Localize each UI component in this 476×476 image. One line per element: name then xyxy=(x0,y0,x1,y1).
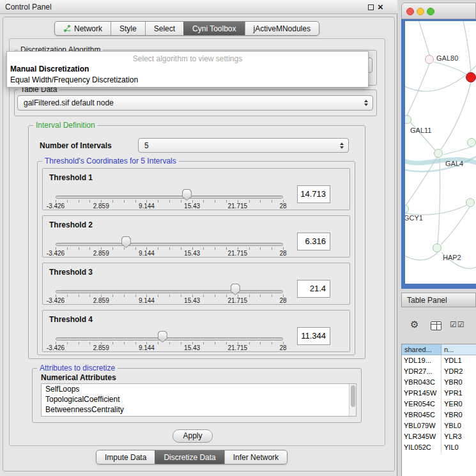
dropdown-option-manual-discretization[interactable]: Manual Discretization xyxy=(9,65,89,73)
table-row[interactable]: YBL079WYBL0 xyxy=(402,420,476,431)
control-panel-titlebar: Control Panel × xyxy=(0,0,397,14)
minimize-traffic-light[interactable] xyxy=(417,8,424,15)
tick-label: 21.715 xyxy=(228,297,248,304)
threshold-value-field[interactable]: 11.344 xyxy=(297,327,330,345)
table-cell: YBR0 xyxy=(441,410,476,420)
network-node-selected[interactable] xyxy=(466,72,476,82)
table-data-selected-value: galFiltered.sif default node xyxy=(24,98,114,107)
slider-tick-labels: -3.4262.8599.14415.4321.71528 xyxy=(56,250,283,257)
column-header-shared-name[interactable]: shared... xyxy=(402,344,441,355)
attributes-scrollbar[interactable] xyxy=(349,384,356,416)
threshold-value-field[interactable]: 6.316 xyxy=(297,233,330,250)
table-row[interactable]: YBR045CYBR0 xyxy=(402,410,476,420)
slider-track[interactable] xyxy=(56,243,283,246)
tab-style[interactable]: Style xyxy=(111,22,145,35)
tab-network[interactable]: Network xyxy=(55,22,111,35)
tab-cyni-toolbox[interactable]: Cyni Toolbox xyxy=(183,22,244,35)
tab-impute-data[interactable]: Impute Data xyxy=(96,450,155,464)
table-cell: YBR043C xyxy=(402,377,441,388)
table-row[interactable]: YDR27...YDR2 xyxy=(402,366,476,377)
control-panel-window: Control Panel × Network Style Select Cyn… xyxy=(0,0,397,476)
slider-tick-labels: -3.4262.8599.14415.4321.71528 xyxy=(56,297,283,305)
attribute-list-item[interactable]: BetweennessCentrality xyxy=(42,404,356,415)
table-cell: YIL052C xyxy=(402,442,441,453)
slider-thumb[interactable] xyxy=(121,236,131,248)
slider-track[interactable] xyxy=(56,196,283,199)
zoom-traffic-light[interactable] xyxy=(427,8,434,15)
network-node[interactable] xyxy=(467,138,476,147)
threshold-value-field[interactable]: 21.4 xyxy=(297,280,330,298)
slider-tick-labels: -3.4262.8599.14415.4321.71528 xyxy=(56,344,283,352)
table-row[interactable]: YER054CYER0 xyxy=(402,399,476,410)
table-cell: YLR345W xyxy=(402,431,441,442)
slider-track[interactable] xyxy=(56,337,283,341)
tick-label: 28 xyxy=(279,344,286,351)
network-view-frame: GAL80 GAL11 GAL4 GCY1 HAP2 xyxy=(401,19,476,289)
threshold-2-panel: Threshold 2 6.316 -3.4262.8599.14415.432… xyxy=(42,215,350,257)
gear-icon[interactable]: ⚙ xyxy=(410,319,418,330)
slider-thumb[interactable] xyxy=(231,284,240,295)
threshold-4-panel: Threshold 4 11.344 -3.4262.8599.14415.43… xyxy=(42,310,350,352)
table-data-select[interactable]: galFiltered.sif default node xyxy=(17,95,373,111)
network-node[interactable] xyxy=(425,55,434,64)
interval-definition-group-title: Interval Definition xyxy=(33,121,98,130)
threshold-label: Threshold 4 xyxy=(49,315,93,324)
network-node[interactable] xyxy=(466,198,475,207)
tick-label: 2.859 xyxy=(93,250,109,257)
tab-select[interactable]: Select xyxy=(145,22,183,35)
columns-icon[interactable] xyxy=(431,321,441,330)
table-cell: YLR3 xyxy=(441,431,476,442)
table-cell: YIL0 xyxy=(441,442,476,453)
network-window-titlebar xyxy=(401,3,476,19)
network-node[interactable] xyxy=(433,243,441,252)
tab-jactivemodules[interactable]: jActiveMNodules xyxy=(245,22,319,35)
table-row[interactable]: YBR043CYBR0 xyxy=(402,377,476,388)
number-of-intervals-select[interactable]: 5 xyxy=(138,138,349,153)
table-cell: YER0 xyxy=(441,399,476,410)
tick-label: 9.144 xyxy=(139,297,155,304)
column-header-name[interactable]: n... xyxy=(441,344,476,355)
slider-thumb[interactable] xyxy=(182,189,192,201)
float-window-icon[interactable] xyxy=(368,4,374,10)
control-panel-tab-bar: Network Style Select Cyni Toolbox jActiv… xyxy=(54,21,319,36)
slider-thumb[interactable] xyxy=(158,331,167,342)
tab-discretize-data[interactable]: Discretize Data xyxy=(155,450,224,464)
attribute-list-item[interactable]: TopologicalCoefficient xyxy=(42,394,356,404)
dropdown-option-equal-width-frequency[interactable]: Equal Width/Frequency Discretization xyxy=(9,75,138,84)
tick-label: 2.859 xyxy=(93,344,109,351)
network-canvas[interactable]: GAL80 GAL11 GAL4 GCY1 HAP2 xyxy=(405,21,476,284)
spinner-arrows-icon xyxy=(340,142,344,149)
threshold-label: Threshold 1 xyxy=(49,173,93,182)
table-row[interactable]: YPR145WYPR1 xyxy=(402,388,476,399)
close-traffic-light[interactable] xyxy=(406,8,414,15)
slider-track[interactable] xyxy=(56,290,283,293)
tick-label: 9.144 xyxy=(139,250,155,257)
window-title: Control Panel xyxy=(5,3,52,12)
select-columns-checkboxes-icon[interactable]: ☑☑ xyxy=(450,320,465,329)
threshold-label: Threshold 2 xyxy=(49,220,93,229)
tab-infer-network[interactable]: Infer Network xyxy=(224,450,287,464)
tab-label: jActiveMNodules xyxy=(254,24,311,33)
network-node[interactable] xyxy=(434,149,443,158)
apply-button[interactable]: Apply xyxy=(173,429,213,443)
tick-label: 15.43 xyxy=(184,297,200,304)
attribute-list-item[interactable]: SelfLoops xyxy=(42,384,356,394)
table-cell: YBL0 xyxy=(441,420,476,431)
node-label: GAL80 xyxy=(436,54,458,62)
table-row[interactable]: YDL19...YDL1 xyxy=(402,355,476,366)
tab-label: Cyni Toolbox xyxy=(192,24,236,33)
table-row[interactable]: YLR345WYLR3 xyxy=(402,431,476,442)
close-icon[interactable]: × xyxy=(378,1,383,13)
cyni-mode-tab-bar: Impute Data Discretize Data Infer Networ… xyxy=(96,450,288,464)
tick-label: 15.43 xyxy=(184,250,200,257)
table-cell: YDR27... xyxy=(402,366,441,377)
scrollbar-thumb[interactable] xyxy=(351,385,355,407)
tick-label: 2.859 xyxy=(93,203,109,210)
table-row[interactable]: YIL052CYIL0 xyxy=(402,442,476,453)
table-cell: YDL1 xyxy=(441,355,476,366)
threshold-coordinates-group-title: Threshold's Coordinates for 5 Intervals xyxy=(42,157,179,165)
threshold-value-field[interactable]: 14.713 xyxy=(297,185,330,203)
table-header-row: shared... n... xyxy=(402,344,476,355)
tick-label: 21.715 xyxy=(228,250,248,257)
network-glyph-icon xyxy=(63,24,71,33)
